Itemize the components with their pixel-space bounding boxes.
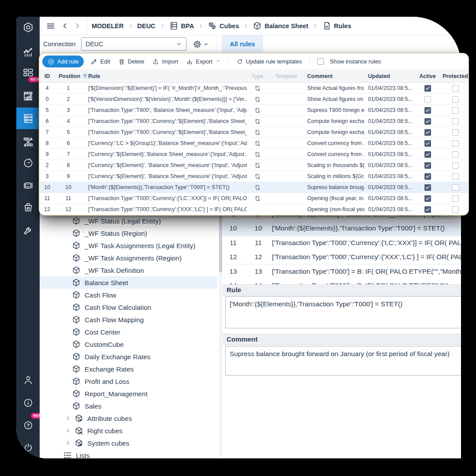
sidebar-item-power[interactable] [16, 438, 40, 457]
checkbox-protected-unchecked[interactable] [452, 195, 459, 202]
checkbox-active-checked[interactable] [424, 107, 431, 114]
tree-item-lists[interactable]: Lists [40, 449, 218, 458]
tree-item--wf-task-assignments-region-[interactable]: _WF Task Assignments (Region) [40, 252, 218, 264]
sidebar-item-analytics[interactable] [16, 42, 40, 62]
checkbox-active-checked[interactable] [424, 85, 431, 92]
checkbox-protected-unchecked[interactable] [452, 129, 459, 136]
column-header-updated[interactable]: Updated [368, 70, 417, 82]
tree-item--wf-status-region-[interactable]: _WF Status (Region) [40, 227, 218, 239]
checkbox-protected-unchecked[interactable] [452, 206, 459, 213]
checkbox-protected-unchecked[interactable] [452, 85, 459, 92]
breadcrumb-item-deuc[interactable]: DEUC [138, 22, 156, 30]
rule-editor-textarea[interactable]: ['Month':{${Elements}},'Transaction Type… [225, 296, 461, 328]
tree-item-system-cubes[interactable]: System cubes [40, 437, 218, 449]
table-row-position-10[interactable]: 1010['Month':{${Elements}},'Transaction … [40, 182, 468, 193]
checkbox-active-checked[interactable] [424, 162, 431, 169]
breadcrumb-item-rules[interactable]: fxRules [322, 21, 352, 30]
tree-item-profit-and-loss[interactable]: Profit and Loss [40, 375, 218, 387]
nav-back-icon[interactable] [59, 20, 71, 32]
tree-item--wf-status-legal-entity-[interactable]: _WF Status (Legal Entity) [40, 215, 218, 227]
tree-item-daily-exchange-rates[interactable]: Daily Exchange Rates [40, 350, 218, 363]
checkbox-protected-unchecked[interactable] [452, 162, 459, 169]
bg-table-row-position-13[interactable]: 1313['Transaction Type':'T000'] = B: IF(… [223, 264, 461, 279]
delete-button[interactable]: Delete [114, 56, 149, 67]
checkbox-active-checked[interactable] [424, 129, 431, 136]
checkbox-protected-unchecked[interactable] [452, 140, 459, 147]
breadcrumb-item-cubes[interactable]: Cubes [208, 21, 239, 30]
checkbox-active-checked[interactable] [424, 140, 431, 147]
checkbox-protected-unchecked[interactable] [452, 118, 459, 125]
breadcrumb-item-balance-sheet[interactable]: Balance Sheet [253, 21, 308, 30]
sidebar-item-apps-grid[interactable]: NEW [16, 63, 40, 82]
column-header-active[interactable]: Active [414, 70, 441, 82]
column-header-comment[interactable]: Comment [307, 70, 364, 82]
tree-item--wf-task-assignments-legal-entity-[interactable]: _WF Task Assignments (Legal Entity) [40, 239, 218, 252]
column-header-protected[interactable]: Protected [442, 70, 469, 82]
edit-button[interactable]: Edit [86, 56, 114, 67]
table-row-position-12[interactable]: 1212['Transaction Type':'T000','Currency… [40, 204, 468, 215]
chevron-right-icon[interactable] [65, 428, 71, 434]
tree-item-cash-flow[interactable]: Cash Flow [40, 289, 218, 301]
table-row-position-9[interactable]: 39['Currency':'${Element}', 'Balance She… [40, 171, 468, 182]
sidebar-item-report-designer[interactable] [16, 86, 40, 106]
add-rule-button[interactable]: Add rule [42, 56, 84, 67]
checkbox-unchecked[interactable] [317, 58, 324, 65]
tree-item-cash-flow-calculation[interactable]: Cash Flow Calculation [40, 301, 218, 313]
tree-item-customcube[interactable]: CustomCube [40, 338, 218, 350]
bg-table-row-position-10[interactable]: 1010['Month':{${Elements}},'Transaction … [223, 221, 461, 236]
checkbox-active-checked[interactable] [424, 173, 431, 180]
table-row-position-4[interactable]: 64['Transaction Type':'T800','Currency':… [40, 116, 468, 127]
breadcrumb-item-bpa[interactable]: BPA [169, 21, 194, 30]
tree-item-report-management[interactable]: Report_Management [40, 387, 218, 400]
sidebar-item-console-frames[interactable] [16, 176, 40, 195]
table-row-position-6[interactable]: 86['Currency':'LC > ${Group1}','Balance … [40, 138, 468, 149]
tree-item-cost-center[interactable]: Cost Center [40, 326, 218, 338]
tree-item-attribute-cubes[interactable]: Attribute cubes [40, 412, 218, 424]
table-row-position-8[interactable]: 28['Currency':'${Element}', 'Balance She… [40, 160, 468, 171]
sidebar-item-scheduler-clock[interactable] [16, 153, 40, 173]
sidebar-item-integrator-shapes[interactable] [16, 132, 40, 152]
sidebar-item-user[interactable] [16, 370, 40, 390]
tree-item-cash-flow-mapping[interactable]: Cash Flow Mapping [40, 313, 218, 326]
connection-settings-button[interactable] [193, 40, 209, 49]
table-row-position-2[interactable]: 02['${VersionDimension}':'${Version}','M… [40, 94, 468, 105]
checkbox-protected-unchecked[interactable] [452, 107, 459, 114]
sidebar-item-help[interactable]: ?NEW [16, 416, 40, 435]
column-header-id[interactable]: ID [41, 70, 53, 82]
tree-item-exchange-rates[interactable]: Exchange Rates [40, 363, 218, 375]
checkbox-protected-unchecked[interactable] [452, 151, 459, 158]
tree-item--wf-task-definition[interactable]: _WF Task Definition [40, 264, 218, 276]
checkbox-protected-unchecked[interactable] [452, 96, 459, 103]
tree-item-balance-sheet[interactable]: Balance Sheet [40, 276, 218, 289]
menu-hamburger-icon[interactable] [45, 20, 57, 32]
tree-scrollbar[interactable] [219, 214, 222, 457]
checkbox-active-checked[interactable] [424, 151, 431, 158]
checkbox-active-checked[interactable] [424, 118, 431, 125]
sidebar-item-admin-wrench[interactable] [16, 221, 40, 240]
column-header-template[interactable]: Template [275, 70, 302, 82]
breadcrumb-item-modeler[interactable]: MODELER [92, 22, 124, 30]
scrollbar-thumb[interactable] [219, 215, 222, 272]
table-row-position-11[interactable]: 1111['Transaction Type':'T000','Currency… [40, 193, 468, 204]
column-header-pos[interactable]: Position [59, 70, 92, 82]
chevron-right-icon[interactable] [65, 440, 71, 446]
tree-item-sales[interactable]: Sales [40, 400, 218, 412]
sidebar-item-info[interactable] [16, 393, 40, 413]
tree-item-right-cubes[interactable]: Right cubes [40, 424, 218, 437]
checkbox-show-instance-rules[interactable]: Show instance rules [313, 56, 385, 67]
checkbox-active-checked[interactable] [424, 184, 431, 191]
table-row-position-5[interactable]: 75['Transaction Type':'T800','Currency':… [40, 127, 468, 138]
column-header-type[interactable]: Type [248, 70, 267, 82]
comment-editor-textarea[interactable]: Supress balance brought forward on Janua… [225, 346, 461, 376]
bg-table-row-position-12[interactable]: 1212['Transaction Type':'T000','Currency… [223, 250, 461, 264]
sidebar-item-modeler-server[interactable] [16, 108, 40, 129]
checkbox-active-checked[interactable] [424, 195, 431, 202]
table-row-position-1[interactable]: 41['${Dimension}':'${Element}'] = IF( '#… [40, 83, 468, 94]
tab-all-rules[interactable]: All rules [222, 35, 263, 53]
sidebar-item-marketplace-bag[interactable] [16, 197, 40, 217]
import-button[interactable]: Import [148, 56, 182, 67]
table-row-position-7[interactable]: 97['Currency':'${Element}','Balance Shee… [40, 149, 468, 160]
export-button[interactable]: Export [182, 56, 225, 67]
bg-table-row-position-11[interactable]: 1111['Transaction Type':'T000','Currency… [223, 236, 461, 250]
checkbox-protected-unchecked[interactable] [452, 173, 459, 180]
